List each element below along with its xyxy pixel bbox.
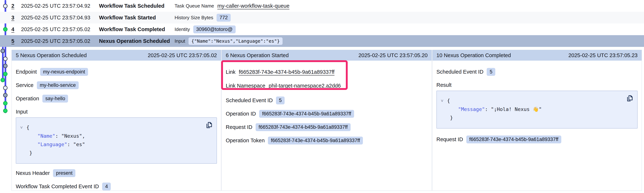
field-scheduled-event-id: Scheduled Event ID 5	[226, 96, 428, 104]
event-row-2[interactable]: 2 2025-02-25 UTC 23:57:04.92 Workflow Ta…	[0, 0, 644, 12]
timeline-dot[interactable]	[0, 78, 5, 82]
value-badge: f665283f-743e-4374-b45b-9a61a89337ff	[268, 137, 363, 145]
timeline-dot[interactable]	[3, 86, 8, 90]
field-label: Scheduled Event ID	[226, 97, 273, 103]
event-detail-label: Task Queue Name	[174, 3, 214, 9]
event-id-link[interactable]: 2	[11, 3, 21, 9]
field-endpoint: Endpoint my-nexus-endpoint	[16, 68, 217, 76]
timeline-dot[interactable]	[3, 109, 8, 113]
field-service: Service my-hello-service	[16, 81, 217, 89]
event-detail-label: Identity	[174, 26, 190, 32]
event-time: 2025-02-25 UTC 23:57:05.02	[21, 26, 99, 32]
field-label: Operation Token	[226, 138, 264, 144]
panel-nexus-operation-started: 6 Nexus Operation Started 2025-02-25 UTC…	[222, 50, 432, 191]
field-label: Link Namespace	[226, 83, 265, 89]
event-row-3[interactable]: 3 2025-02-25 UTC 23:57:04.93 Workflow Ta…	[0, 12, 644, 23]
event-id-link[interactable]: 5	[11, 38, 21, 44]
field-link-namespace: Link Namespace phil-target-namespace2.a2…	[226, 83, 428, 89]
panel-header: 5 Nexus Operation Scheduled 2025-02-25 U…	[12, 50, 221, 61]
json-viewer-input: ˅{ "Name": "Nexus", "Language": "es" }	[16, 117, 217, 164]
field-request-id: Request ID f665283f-743e-4374-b45b-9a61a…	[226, 123, 428, 131]
field-label: Operation ID	[226, 111, 256, 117]
panel-title: 10 Nexus Operation Completed	[436, 52, 511, 58]
field-operation-id: Operation ID f665283f-743e-4374-b45b-9a6…	[226, 110, 428, 118]
field-label: Link	[226, 69, 236, 75]
json-line: "Language": "es"	[19, 140, 213, 149]
json-line: ˅{	[19, 123, 213, 132]
event-time: 2025-02-25 UTC 23:57:04.93	[21, 15, 99, 21]
event-id-link[interactable]: 4	[11, 26, 21, 32]
timeline-dot[interactable]	[0, 49, 5, 53]
field-label: Request ID	[226, 124, 252, 130]
field-wft-completed-event-id: Workflow Task Completed Event ID 4	[16, 183, 217, 191]
event-time: 2025-02-25 UTC 23:57:05.02	[21, 38, 99, 44]
panel-title: 6 Nexus Operation Started	[226, 52, 289, 58]
value-badge: my-nexus-endpoint	[40, 68, 88, 76]
field-link: Link f665283f-743e-4374-b45b-9a61a89337f…	[226, 69, 428, 75]
value-badge: present	[53, 169, 75, 177]
value-badge: 5	[487, 68, 495, 76]
value-badge: 30960@totoro@	[193, 25, 236, 33]
link-value-link[interactable]: f665283f-743e-4374-b45b-9a61a89337ff	[239, 69, 334, 75]
timeline-dot[interactable]	[3, 57, 8, 61]
field-label: Scheduled Event ID	[436, 69, 483, 75]
json-line: ˅{	[440, 96, 634, 105]
panel-body: Link f665283f-743e-4374-b45b-9a61a89337f…	[222, 61, 432, 191]
event-row-4[interactable]: 4 2025-02-25 UTC 23:57:05.02 Workflow Ta…	[0, 23, 644, 35]
value-badge: say-hello	[42, 95, 68, 103]
event-detail-panels: 5 Nexus Operation Scheduled 2025-02-25 U…	[12, 50, 642, 191]
panel-timestamp: 2025-02-25 UTC 23:57:05.02	[148, 52, 217, 58]
chevron-down-icon[interactable]: ˅	[19, 123, 26, 132]
link-namespace-link[interactable]: phil-target-namespace2.a2dd6	[269, 83, 341, 89]
field-nexus-header: Nexus Header present	[16, 169, 217, 177]
result-section-label: Result	[436, 82, 638, 88]
field-operation-token: Operation Token f665283f-743e-4374-b45b-…	[226, 137, 428, 145]
field-request-id: Request ID f665283f-743e-4374-b45b-9a61a…	[436, 136, 638, 143]
panel-timestamp: 2025-02-25 UTC 23:57:05.23	[568, 52, 638, 58]
event-list: 2 2025-02-25 UTC 23:57:04.92 Workflow Ta…	[0, 0, 644, 47]
panel-title: 5 Nexus Operation Scheduled	[16, 52, 87, 58]
field-label: Nexus Header	[16, 170, 50, 176]
timeline-dot[interactable]	[3, 64, 8, 68]
value-badge: f665283f-743e-4374-b45b-9a61a89337ff	[466, 136, 561, 143]
timeline-dot[interactable]	[3, 72, 8, 76]
field-label: Operation	[16, 96, 39, 102]
value-badge: f665283f-743e-4374-b45b-9a61a89337ff	[259, 110, 354, 118]
panel-body: Endpoint my-nexus-endpoint Service my-he…	[12, 61, 221, 193]
panel-nexus-operation-completed: 10 Nexus Operation Completed 2025-02-25 …	[432, 50, 642, 191]
event-name: Workflow Task Started	[99, 15, 174, 21]
field-scheduled-event-id: Scheduled Event ID 5	[436, 68, 638, 76]
field-operation: Operation say-hello	[16, 95, 217, 103]
panel-nexus-operation-scheduled: 5 Nexus Operation Scheduled 2025-02-25 U…	[12, 50, 221, 191]
event-row-5-selected[interactable]: 5 2025-02-25 UTC 23:57:05.02 Nexus Opera…	[0, 35, 644, 47]
chevron-down-icon[interactable]: ˅	[440, 97, 447, 105]
value-badge: f665283f-743e-4374-b45b-9a61a89337ff	[256, 123, 350, 131]
timeline-dot[interactable]	[3, 93, 8, 97]
value-badge: 5	[276, 96, 284, 104]
value-badge: 4	[102, 183, 111, 191]
field-label: Workflow Task Completed Event ID	[16, 184, 99, 190]
event-detail-label: History Size Bytes	[174, 15, 213, 20]
task-queue-link[interactable]: my-caller-workflow-task-queue	[217, 3, 289, 9]
event-id-link[interactable]: 3	[11, 15, 21, 21]
timeline-dot[interactable]	[3, 101, 8, 105]
value-badge: 772	[216, 14, 231, 22]
event-time: 2025-02-25 UTC 23:57:04.92	[21, 3, 99, 9]
json-line: "Message": "¡Hola! Nexus 👋"	[440, 105, 634, 114]
event-name: Workflow Task Scheduled	[99, 3, 174, 9]
field-label: Endpoint	[16, 69, 37, 75]
json-line: }	[440, 114, 634, 122]
copy-icon[interactable]	[626, 94, 634, 102]
input-payload-badge: {"Name":"Nexus","Language":"es"}	[188, 37, 283, 45]
json-line: }	[19, 149, 213, 157]
event-detail-label: Input	[174, 38, 185, 44]
json-viewer-result: ˅{ "Message": "¡Hola! Nexus 👋" }	[436, 91, 638, 129]
field-label: Service	[16, 82, 34, 88]
event-name: Workflow Task Completed	[99, 26, 174, 32]
json-line: "Name": "Nexus",	[19, 132, 213, 140]
panel-header: 10 Nexus Operation Completed 2025-02-25 …	[432, 50, 642, 61]
copy-icon[interactable]	[205, 121, 213, 129]
input-section-label: Input	[16, 109, 217, 115]
panel-header: 6 Nexus Operation Started 2025-02-25 UTC…	[222, 50, 432, 61]
field-label: Request ID	[436, 136, 463, 143]
